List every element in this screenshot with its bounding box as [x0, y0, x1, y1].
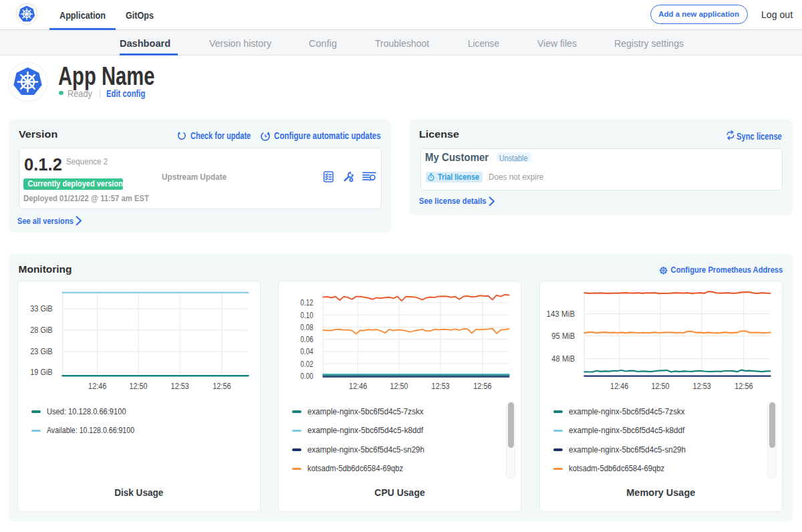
svg-text:12:56: 12:56: [734, 382, 753, 391]
svg-text:33 GiB: 33 GiB: [30, 304, 52, 313]
svg-text:12:46: 12:46: [88, 382, 106, 391]
svg-text:12:53: 12:53: [171, 382, 189, 391]
svg-text:95 MiB: 95 MiB: [551, 331, 575, 341]
svg-text:48 MiB: 48 MiB: [551, 354, 575, 364]
svg-text:0.00: 0.00: [301, 372, 313, 381]
svg-text:12:56: 12:56: [213, 382, 231, 391]
svg-text:12:50: 12:50: [651, 382, 669, 391]
svg-text:28 GiB: 28 GiB: [30, 325, 52, 335]
svg-text:0.08: 0.08: [301, 323, 313, 332]
svg-text:12:53: 12:53: [693, 382, 711, 391]
svg-text:19 GiB: 19 GiB: [30, 368, 52, 377]
svg-text:12:46: 12:46: [349, 382, 367, 391]
svg-text:143 MiB: 143 MiB: [546, 309, 575, 319]
svg-text:12:46: 12:46: [610, 382, 628, 391]
svg-text:12:53: 12:53: [432, 382, 450, 391]
svg-text:0.12: 0.12: [301, 298, 313, 307]
svg-text:23 GiB: 23 GiB: [30, 347, 52, 356]
svg-text:12:50: 12:50: [129, 382, 147, 391]
svg-text:0.04: 0.04: [301, 347, 313, 356]
svg-text:12:56: 12:56: [473, 382, 491, 391]
svg-text:12:50: 12:50: [390, 382, 408, 391]
svg-text:0.02: 0.02: [301, 360, 313, 369]
svg-text:0.06: 0.06: [301, 335, 313, 344]
svg-text:0.10: 0.10: [301, 311, 313, 320]
